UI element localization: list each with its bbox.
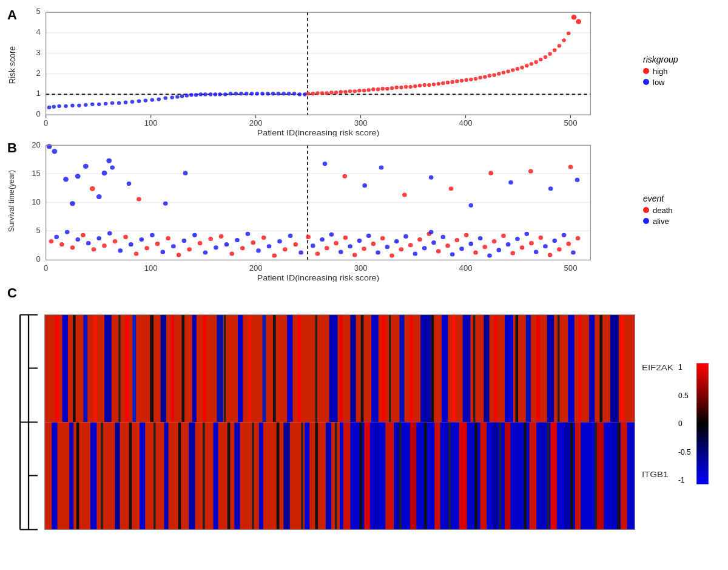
svg-point-163 <box>102 171 107 175</box>
svg-point-158 <box>70 201 75 206</box>
panel-b-legend-alive: alive <box>643 217 669 226</box>
svg-point-109 <box>464 78 468 82</box>
svg-rect-336 <box>431 315 434 422</box>
svg-point-123 <box>530 62 534 66</box>
svg-point-209 <box>283 247 288 251</box>
svg-rect-404 <box>315 422 318 529</box>
svg-point-226 <box>343 236 348 240</box>
svg-point-224 <box>334 241 339 245</box>
svg-point-69 <box>277 92 281 95</box>
svg-point-243 <box>422 246 427 250</box>
svg-point-165 <box>49 239 54 243</box>
svg-rect-326 <box>610 315 619 422</box>
svg-point-58 <box>218 92 222 96</box>
svg-point-90 <box>376 87 380 91</box>
svg-point-229 <box>357 239 362 243</box>
svg-rect-354 <box>579 315 582 422</box>
svg-point-88 <box>366 88 371 92</box>
svg-rect-392 <box>588 422 592 529</box>
svg-point-286 <box>508 180 513 185</box>
svg-rect-329 <box>150 315 153 422</box>
svg-point-162 <box>96 194 102 199</box>
svg-rect-367 <box>305 422 309 529</box>
svg-rect-405 <box>335 422 337 529</box>
svg-rect-331 <box>224 315 226 422</box>
svg-point-94 <box>394 86 399 89</box>
svg-point-107 <box>455 80 459 83</box>
svg-point-273 <box>562 233 567 237</box>
svg-point-225 <box>339 249 343 254</box>
panel-b-label: B <box>7 140 17 156</box>
chart-b-area: 0 5 10 15 20 Survival time(year) 0 100 2… <box>6 139 637 282</box>
svg-point-198 <box>224 242 229 246</box>
svg-rect-345 <box>203 315 206 422</box>
svg-rect-340 <box>599 315 602 422</box>
svg-point-63 <box>244 92 249 95</box>
high-dot <box>643 68 649 74</box>
svg-point-46 <box>157 98 161 101</box>
panel-b-legend-title: event <box>643 194 664 203</box>
svg-point-274 <box>566 242 571 246</box>
svg-point-276 <box>576 236 581 240</box>
svg-rect-398 <box>178 422 181 529</box>
svg-point-278 <box>342 174 347 178</box>
svg-point-132 <box>571 15 577 19</box>
heatmap-legend: 1 0.5 0 -0.5 -1 <box>673 284 722 563</box>
svg-rect-350 <box>410 315 413 422</box>
svg-rect-356 <box>52 422 57 529</box>
svg-rect-378 <box>550 422 556 529</box>
svg-rect-320 <box>484 315 489 422</box>
svg-point-113 <box>483 75 487 79</box>
svg-point-86 <box>357 89 362 92</box>
svg-rect-401 <box>252 422 254 529</box>
svg-rect-318 <box>442 315 448 422</box>
svg-text:500: 500 <box>564 264 578 273</box>
svg-rect-335 <box>389 315 391 422</box>
svg-point-208 <box>277 239 282 243</box>
svg-point-185 <box>155 242 160 246</box>
svg-rect-420 <box>696 363 709 484</box>
svg-rect-416 <box>617 422 620 529</box>
svg-rect-381 <box>621 422 627 529</box>
svg-point-181 <box>134 251 139 256</box>
svg-point-250 <box>454 238 459 242</box>
chart-a-svg: 0 1 2 3 4 5 Risk score 0 100 200 300 400… <box>6 6 637 137</box>
svg-point-101 <box>427 83 431 87</box>
color-bar-wrapper <box>693 363 712 484</box>
svg-point-125 <box>539 58 543 61</box>
svg-rect-395 <box>101 422 103 529</box>
svg-point-120 <box>516 67 520 70</box>
svg-point-84 <box>348 89 352 93</box>
svg-point-200 <box>235 238 240 242</box>
svg-point-291 <box>429 230 434 234</box>
svg-rect-349 <box>382 315 385 422</box>
svg-point-252 <box>464 233 469 237</box>
svg-point-172 <box>86 241 91 245</box>
svg-point-133 <box>576 19 581 24</box>
svg-point-256 <box>482 245 487 249</box>
colorbar-label-05: 0.5 <box>678 392 691 400</box>
svg-point-218 <box>306 235 311 239</box>
svg-point-284 <box>468 203 473 208</box>
svg-rect-413 <box>547 422 549 529</box>
svg-rect-332 <box>273 315 276 422</box>
svg-point-259 <box>496 248 501 252</box>
svg-rect-399 <box>203 422 204 529</box>
svg-rect-323 <box>547 315 554 422</box>
svg-point-116 <box>497 72 501 76</box>
svg-rect-314 <box>350 315 356 422</box>
svg-rect-0 <box>46 12 591 115</box>
colorbar-label-0: 0 <box>678 419 691 428</box>
svg-rect-333 <box>315 315 317 422</box>
svg-rect-376 <box>505 422 510 529</box>
svg-point-164 <box>106 158 112 163</box>
panel-c-label: C <box>7 285 17 301</box>
svg-point-80 <box>329 90 334 94</box>
svg-point-128 <box>553 49 557 52</box>
svg-rect-310 <box>238 315 243 422</box>
svg-point-95 <box>399 86 403 89</box>
panel-b-legend: event death alive <box>637 139 722 282</box>
svg-point-81 <box>334 90 339 94</box>
svg-point-270 <box>548 253 553 257</box>
svg-point-77 <box>315 91 320 95</box>
